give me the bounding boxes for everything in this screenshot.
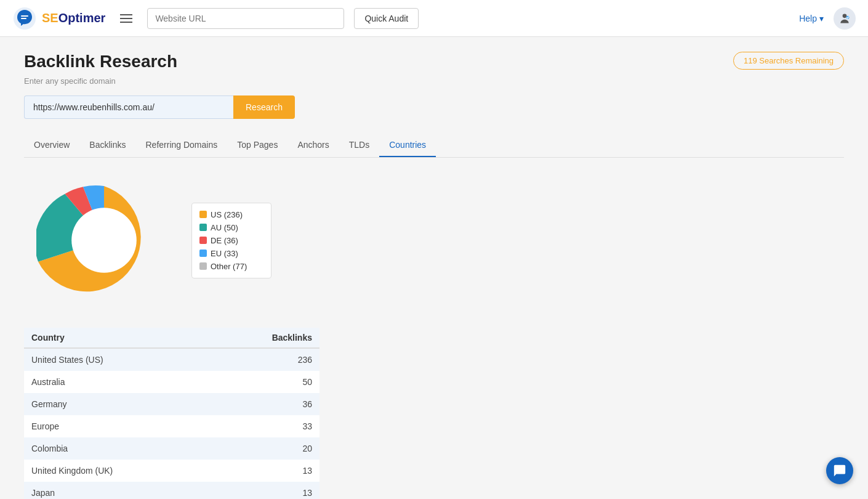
cell-country: United States (US) [24,348,212,371]
legend-color-au [199,224,207,231]
user-avatar[interactable] [834,7,856,30]
user-icon [838,12,851,25]
domain-input[interactable] [24,95,233,119]
page-header: Backlink Research 119 Searches Remaining [24,52,844,71]
legend-item-eu: EU (33) [199,247,263,260]
legend-item-other: Other (77) [199,260,263,273]
page-title: Backlink Research [24,52,177,71]
tabs-nav: Overview Backlinks Referring Domains Top… [24,134,844,158]
svg-point-1 [843,14,847,18]
col-backlinks-header: Backlinks [212,328,319,348]
tab-overview[interactable]: Overview [24,134,79,157]
quick-audit-button[interactable]: Quick Audit [354,8,419,29]
legend-color-us [199,211,207,218]
table-row: Europe 33 [24,415,319,437]
cell-country: Europe [24,415,212,437]
cell-backlinks: 50 [212,371,319,393]
website-url-input[interactable] [147,8,344,29]
chevron-down-icon: ▾ [819,14,824,23]
legend-label-other: Other (77) [211,262,247,271]
search-row: Research [24,95,844,119]
tab-countries[interactable]: Countries [379,134,436,157]
cell-backlinks: 20 [212,437,319,460]
logo-text: SEOptimer [42,11,105,25]
research-button[interactable]: Research [233,95,295,119]
cell-country: Japan [24,482,212,499]
legend-color-other [199,262,207,270]
searches-remaining-badge: 119 Searches Remaining [733,52,844,70]
cell-backlinks: 36 [212,393,319,415]
legend-label-de: DE (36) [211,236,238,245]
cell-backlinks: 13 [212,460,319,482]
chart-legend: US (236) AU (50) DE (36) EU (33) Other (… [191,203,271,278]
legend-item-de: DE (36) [199,234,263,247]
table-row: Germany 36 [24,393,319,415]
table-row: Japan 13 [24,482,319,499]
legend-label-eu: EU (33) [211,249,238,258]
main-content: Backlink Research 119 Searches Remaining… [9,37,859,499]
table-header: Country Backlinks [24,328,319,348]
table-row: Colombia 20 [24,437,319,460]
tab-top-pages[interactable]: Top Pages [227,134,287,157]
tab-referring-domains[interactable]: Referring Domains [136,134,228,157]
tab-tlds[interactable]: TLDs [339,134,379,157]
tab-backlinks[interactable]: Backlinks [79,134,135,157]
cell-country: Germany [24,393,212,415]
svg-point-3 [71,208,137,273]
chat-button[interactable] [826,457,853,484]
countries-table: Country Backlinks United States (US) 236… [24,328,319,499]
legend-item-au: AU (50) [199,221,263,234]
legend-label-us: US (236) [211,210,243,219]
chat-icon [833,464,846,477]
cell-backlinks: 33 [212,415,319,437]
legend-label-au: AU (50) [211,223,238,232]
col-country-header: Country [24,328,212,348]
table-row: United States (US) 236 [24,348,319,371]
hamburger-button[interactable] [115,12,137,25]
app-header: SEOptimer Quick Audit Help ▾ [0,0,868,37]
cell-backlinks: 236 [212,348,319,371]
logo-link[interactable]: SEOptimer [12,6,105,31]
chart-section: US (236) AU (50) DE (36) EU (33) Other (… [24,172,844,308]
logo-icon [12,6,37,31]
donut-svg [36,172,172,308]
cell-backlinks: 13 [212,482,319,499]
legend-item-us: US (236) [199,208,263,221]
legend-color-de [199,237,207,244]
tab-anchors[interactable]: Anchors [287,134,339,157]
help-button[interactable]: Help ▾ [799,14,824,23]
table-row: Australia 50 [24,371,319,393]
table-row: United Kingdom (UK) 13 [24,460,319,482]
donut-chart [36,172,172,308]
cell-country: Colombia [24,437,212,460]
cell-country: Australia [24,371,212,393]
page-subtitle: Enter any specific domain [24,76,844,86]
cell-country: United Kingdom (UK) [24,460,212,482]
table-body: United States (US) 236 Australia 50 Germ… [24,348,319,499]
legend-color-eu [199,250,207,257]
